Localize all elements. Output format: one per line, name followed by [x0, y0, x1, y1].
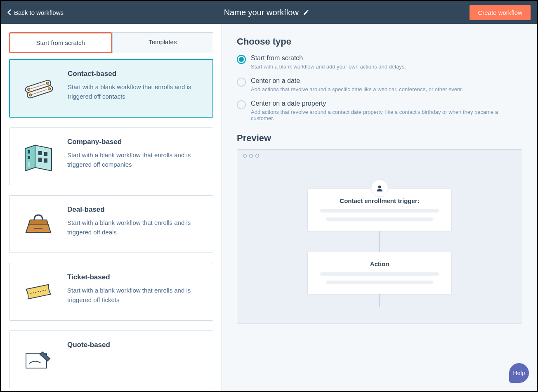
- choose-type-title: Choose type: [237, 36, 522, 47]
- radio-desc: Start with a blank workflow and add your…: [251, 64, 406, 70]
- svg-rect-15: [28, 156, 30, 159]
- placeholder-line: [320, 272, 439, 276]
- create-workflow-button[interactable]: Create workflow: [470, 5, 531, 20]
- preview-box: Contact enrollment trigger: Action: [237, 149, 522, 324]
- tab-start-from-scratch[interactable]: Start from scratch: [9, 32, 112, 53]
- radio-center-on-date-property[interactable]: Center on a date property Add actions th…: [237, 100, 522, 121]
- svg-rect-14: [28, 150, 30, 153]
- radio-desc: Add actions that revolve around a contac…: [251, 109, 522, 121]
- svg-marker-18: [28, 220, 48, 225]
- placeholder-line: [326, 281, 433, 284]
- action-label: Action: [370, 260, 389, 267]
- connector-line: [379, 294, 380, 307]
- preview-window-dots: [237, 150, 522, 162]
- trigger-label: Contact enrollment trigger:: [340, 197, 419, 204]
- back-to-workflows-link[interactable]: Back to workflows: [7, 9, 64, 16]
- ticket-icon: [18, 273, 59, 310]
- svg-rect-12: [38, 158, 42, 162]
- svg-rect-11: [44, 152, 47, 156]
- svg-point-22: [378, 186, 381, 189]
- radio-circle-icon: [237, 55, 246, 64]
- workflow-title-wrap[interactable]: Name your workflow: [224, 8, 309, 17]
- quote-icon: [18, 341, 59, 378]
- placeholder-line: [320, 209, 439, 213]
- card-desc: Start with a blank workflow that enrolls…: [68, 82, 204, 102]
- radio-center-on-date[interactable]: Center on a date Add actions that revolv…: [237, 77, 522, 92]
- card-company-based[interactable]: Company-based Start with a blank workflo…: [9, 128, 213, 185]
- card-title: Company-based: [67, 138, 205, 146]
- preview-title: Preview: [237, 133, 522, 144]
- connector-line: [379, 231, 380, 252]
- chevron-left-icon: [7, 9, 12, 15]
- company-icon: [18, 138, 59, 175]
- card-text: Company-based Start with a blank workflo…: [67, 138, 205, 175]
- placeholder-line: [326, 217, 433, 221]
- card-deal-based[interactable]: Deal-based Start with a blank workflow t…: [9, 195, 213, 253]
- card-text: Ticket-based Start with a blank workflow…: [67, 273, 205, 310]
- radio-desc: Add actions that revolve around a specif…: [251, 86, 463, 92]
- back-label: Back to workflows: [14, 9, 64, 16]
- card-ticket-based[interactable]: Ticket-based Start with a blank workflow…: [9, 263, 213, 321]
- svg-rect-10: [38, 151, 42, 155]
- contact-icon: [18, 70, 59, 107]
- svg-marker-9: [35, 145, 52, 171]
- help-button[interactable]: Help: [509, 363, 529, 383]
- svg-rect-13: [44, 158, 47, 163]
- card-text: Contact-based Start with a blank workflo…: [68, 70, 204, 107]
- right-panel: Choose type Start from scratch Start wit…: [222, 24, 537, 391]
- preview-body: Contact enrollment trigger: Action: [237, 162, 522, 323]
- radio-group: Start from scratch Start with a blank wo…: [237, 54, 522, 121]
- card-quote-based[interactable]: Quote-based: [9, 331, 213, 388]
- topbar: Back to workflows Name your workflow Cre…: [1, 1, 537, 24]
- card-title: Ticket-based: [67, 273, 205, 281]
- radio-label: Center on a date: [251, 77, 463, 85]
- tab-templates[interactable]: Templates: [112, 32, 214, 53]
- workflow-title: Name your workflow: [224, 8, 299, 17]
- person-icon: [371, 179, 388, 197]
- radio-start-from-scratch[interactable]: Start from scratch Start with a blank wo…: [237, 54, 522, 70]
- card-text: Deal-based Start with a blank workflow t…: [67, 205, 205, 243]
- card-contact-based[interactable]: Contact-based Start with a blank workflo…: [9, 59, 213, 118]
- card-desc: Start with a blank workflow that enrolls…: [67, 150, 205, 170]
- card-text: Quote-based: [67, 341, 110, 378]
- svg-rect-16: [28, 162, 30, 167]
- deal-icon: [18, 205, 59, 243]
- edit-icon[interactable]: [303, 9, 309, 16]
- action-node: Action: [307, 252, 452, 294]
- main: Start from scratch Templates Contact-bas…: [1, 24, 537, 391]
- left-panel: Start from scratch Templates Contact-bas…: [1, 24, 222, 391]
- card-title: Contact-based: [68, 70, 204, 78]
- card-title: Quote-based: [67, 341, 110, 349]
- card-title: Deal-based: [67, 205, 205, 214]
- radio-label: Start from scratch: [251, 54, 406, 62]
- card-desc: Start with a blank workflow that enrolls…: [67, 218, 205, 237]
- card-desc: Start with a blank workflow that enrolls…: [67, 286, 205, 305]
- radio-circle-icon: [237, 78, 246, 87]
- cards: Contact-based Start with a blank workflo…: [1, 53, 222, 388]
- tabs: Start from scratch Templates: [1, 24, 222, 53]
- radio-circle-icon: [237, 100, 246, 109]
- radio-label: Center on a date property: [251, 100, 522, 107]
